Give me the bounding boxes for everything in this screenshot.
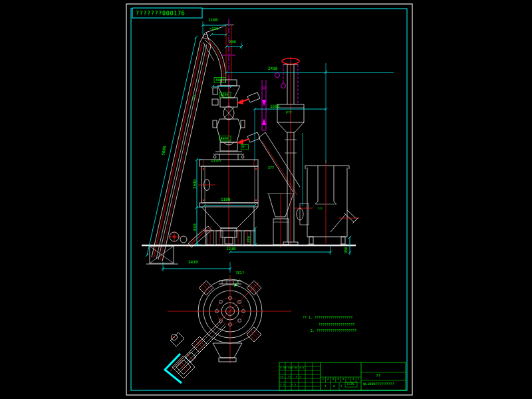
cad-canvas[interactable]: ???????000176 ?? 1. ??????????????????? … (0, 0, 532, 399)
tb-bottom-2: A (333, 385, 335, 388)
tb-left-row-3: ? ? ? ? (280, 384, 296, 386)
dim-1100: 1100 (221, 198, 230, 201)
mixer-body (198, 160, 258, 246)
tb-rev-1: 1 (322, 378, 324, 380)
bucket-elevator (146, 27, 225, 264)
dim-2410-top: 2410 (268, 66, 277, 70)
tb-rev-4: 4 (337, 378, 339, 380)
label-plan-diameter: ?E1? (235, 271, 244, 275)
titleblock-drawing-no: QL1000????????? (363, 382, 394, 386)
label-377: 377 (268, 166, 274, 170)
tb-rev-2: 2 (327, 378, 329, 380)
dim-840: 840 (193, 223, 197, 231)
tb-rev-5: 5 (342, 378, 344, 380)
sheet-code-label: ???????000176 (136, 11, 185, 17)
tb-rev-8: ? (358, 378, 360, 380)
label-duct-phi: Φ? (242, 146, 245, 149)
dimension-lines (146, 21, 394, 273)
dim-600: 600 (216, 78, 223, 82)
titleblock-company: ?? (376, 374, 380, 378)
dim-approx-120: ≈120 (209, 27, 218, 31)
drawing-linework (0, 0, 532, 399)
label-phi400: Φ400 (221, 137, 229, 140)
dim-2410-bottom: 2410 (188, 260, 198, 264)
label-phi500: Φ500 (221, 93, 229, 96)
titleblock-scale: 1:25 (347, 383, 354, 386)
dim-350: 350 (344, 247, 348, 253)
tb-left-row-2: ?? ?? ? ? (280, 376, 301, 378)
plan-view (165, 275, 291, 383)
note-line-1: ?? 1. ??????????????????? (303, 316, 352, 319)
tb-bottom-1: 1 (325, 385, 327, 388)
dim-1600: 1600 (270, 104, 279, 108)
label-tank: ??? (317, 207, 323, 211)
tb-rev-7: 1 (352, 378, 354, 380)
tb-left-row-1: ? ?? ??? ?? ? ? (280, 367, 304, 370)
dim-290: 290 (229, 40, 236, 44)
label-mixer-body: ET?P? (211, 160, 221, 164)
tb-rev-3: 3 (332, 378, 334, 380)
dim-2040: 2040 (193, 180, 197, 189)
dim-450: 450 (247, 236, 251, 243)
dim-1230: 1230 (226, 247, 235, 251)
label-boxes (214, 78, 249, 287)
tank (295, 160, 359, 245)
tb-bottom-3: t (340, 385, 342, 388)
note-line-2: ?????????????????? (319, 323, 354, 327)
label-lift-hopper: P?? (286, 111, 292, 114)
feed-stack (212, 19, 260, 247)
sheet-frame (126, 4, 412, 395)
note-line-3: 2. ???????????????????? (311, 329, 356, 332)
screw-feeder (168, 226, 211, 247)
tb-rev-6: ? (347, 378, 349, 380)
dim-1160: 1160 (208, 18, 217, 22)
